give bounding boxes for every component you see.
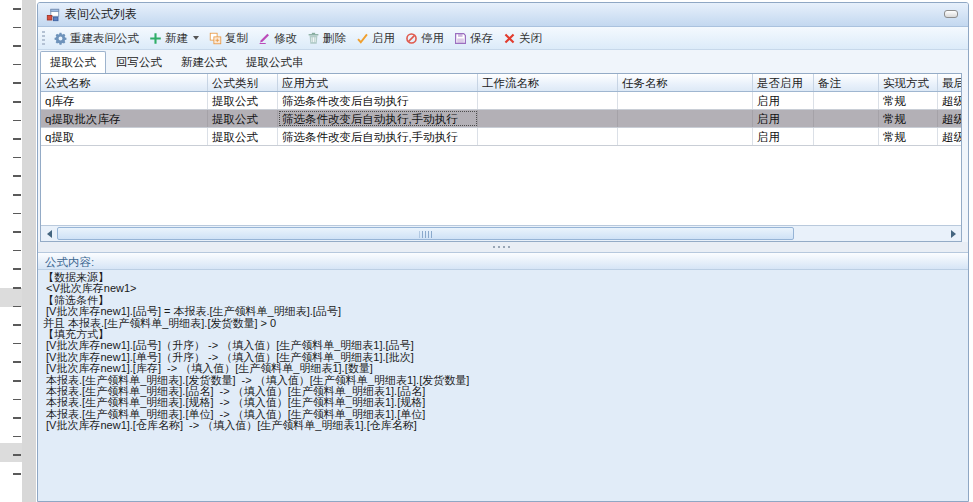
- screen: 表间公式列表 重建表间公式新建复制修改删除启用停用保存关闭 提取公式回写公式新建…: [0, 0, 973, 502]
- table-cell: 筛选条件改变后自动执行,手动执行: [278, 110, 478, 127]
- toolbar-button-rebuild[interactable]: 重建表间公式: [49, 29, 144, 48]
- toolbar-button-label: 停用: [421, 31, 444, 46]
- table-cell: 超级: [938, 92, 962, 109]
- table-cell: 启用: [753, 110, 814, 127]
- chevron-down-icon[interactable]: [193, 36, 199, 40]
- table-cell: 提取公式: [208, 128, 278, 145]
- scroll-right-icon: [951, 230, 956, 238]
- gear-icon: [54, 32, 67, 45]
- formula-content-panel: 公式内容: 【数据来源】 <V批次库存new1>【筛选条件】 [V批次库存new…: [38, 252, 968, 501]
- table-cell: 提取公式: [208, 110, 278, 127]
- scrollbar-grip-icon: [419, 231, 432, 238]
- toolbar-button-save[interactable]: 保存: [449, 29, 498, 48]
- plus-icon: [149, 32, 162, 45]
- ruler-block: [0, 288, 22, 307]
- table-row[interactable]: q提取批次库存提取公式筛选条件改变后自动执行,手动执行启用常规超级: [41, 110, 962, 128]
- toolbar-button-modify[interactable]: 修改: [253, 29, 302, 48]
- table-cell: 常规: [879, 110, 938, 127]
- formula-table: 公式名称公式类别应用方式工作流名称任务名称是否启用备注实现方式最后 q库存提取公…: [40, 73, 962, 242]
- toolbar-button-label: 启用: [372, 31, 395, 46]
- scroll-right-button[interactable]: [945, 226, 961, 242]
- table-cell: 超级: [938, 110, 962, 127]
- toolbar-button-new[interactable]: 新建: [144, 29, 204, 48]
- ruler-block: [0, 443, 22, 462]
- table-cell: 超级: [938, 128, 962, 145]
- toolbar-grip[interactable]: [42, 31, 45, 45]
- table-cell: 筛选条件改变后自动执行: [278, 92, 478, 109]
- column-header[interactable]: 公式类别: [208, 74, 278, 91]
- table-cell: [478, 92, 618, 109]
- table-cell: [618, 128, 753, 145]
- table-cell: 常规: [879, 128, 938, 145]
- toolbar-button-label: 复制: [225, 31, 248, 46]
- toolbar-button-enable[interactable]: 启用: [351, 29, 400, 48]
- table-header-row: 公式名称公式类别应用方式工作流名称任务名称是否启用备注实现方式最后: [41, 74, 962, 92]
- toolbar-button-label: 新建: [165, 31, 188, 46]
- formula-list-window: 表间公式列表 重建表间公式新建复制修改删除启用停用保存关闭 提取公式回写公式新建…: [37, 2, 969, 502]
- toolbar-button-delete[interactable]: 删除: [302, 29, 351, 48]
- column-header[interactable]: 是否启用: [753, 74, 814, 91]
- scrollbar-thumb[interactable]: [57, 227, 794, 240]
- check-icon: [356, 32, 369, 45]
- tab-extract-string[interactable]: 提取公式串: [237, 52, 313, 73]
- toolbar-button-label: 保存: [470, 31, 493, 46]
- trash-icon: [307, 32, 320, 45]
- copy-icon: [209, 32, 222, 45]
- table-cell: 启用: [753, 92, 814, 109]
- table-cell: [814, 110, 879, 127]
- collapse-button[interactable]: [944, 10, 958, 18]
- table-body: q库存提取公式筛选条件改变后自动执行启用常规超级q提取批次库存提取公式筛选条件改…: [41, 92, 962, 226]
- toolbar-button-label: 关闭: [519, 31, 542, 46]
- toolbar-button-close[interactable]: 关闭: [498, 29, 547, 48]
- toolbar: 重建表间公式新建复制修改删除启用停用保存关闭: [38, 27, 968, 50]
- window-titlebar[interactable]: 表间公式列表: [38, 3, 968, 27]
- tab-extract[interactable]: 提取公式: [40, 51, 106, 73]
- table-cell: [478, 110, 618, 127]
- table-cell: [814, 128, 879, 145]
- formula-line: [V批次库存new1].[品号] = 本报表.[生产领料单_明细表].[品号]: [43, 306, 968, 317]
- formula-line: <V批次库存new1>: [43, 283, 968, 294]
- tab-new-formula[interactable]: 新建公式: [172, 52, 236, 73]
- save-icon: [454, 32, 467, 45]
- column-header[interactable]: 应用方式: [278, 74, 478, 91]
- scroll-left-button[interactable]: [41, 226, 57, 242]
- table-cell: 筛选条件改变后自动执行,手动执行: [278, 128, 478, 145]
- column-header[interactable]: 公式名称: [41, 74, 208, 91]
- column-header[interactable]: 备注: [814, 74, 879, 91]
- background-ruler: [0, 0, 22, 502]
- horizontal-scrollbar[interactable]: [41, 225, 961, 241]
- formula-line: 并且 本报表.[生产领料单_明细表].[发货数量] > 0: [43, 318, 968, 329]
- table-cell: [478, 128, 618, 145]
- toolbar-button-label: 删除: [323, 31, 346, 46]
- formula-line: [V批次库存new1].[库存] -> （填入值）[生产领料单_明细表1].[数…: [43, 363, 968, 374]
- table-cell: 常规: [879, 92, 938, 109]
- background-strip: [22, 0, 36, 502]
- block-icon: [405, 32, 418, 45]
- table-cell: [618, 110, 753, 127]
- formula-content-title: 公式内容:: [38, 253, 968, 270]
- formula-line: 【数据来源】: [43, 272, 968, 283]
- table-row[interactable]: q库存提取公式筛选条件改变后自动执行启用常规超级: [41, 92, 962, 110]
- panel-splitter[interactable]: [38, 242, 968, 252]
- toolbar-button-disable[interactable]: 停用: [400, 29, 449, 48]
- formula-content-text: 【数据来源】 <V批次库存new1>【筛选条件】 [V批次库存new1].[品号…: [38, 270, 968, 432]
- formula-line: [V批次库存new1].[仓库名称] -> （填入值）[生产领料单_明细表1].…: [43, 420, 968, 431]
- column-header[interactable]: 最后: [938, 74, 962, 91]
- column-header[interactable]: 实现方式: [879, 74, 938, 91]
- table-cell: [618, 92, 753, 109]
- column-header[interactable]: 任务名称: [618, 74, 753, 91]
- close-icon: [503, 32, 516, 45]
- splitter-grip-icon: [493, 246, 513, 248]
- form-icon: [46, 8, 60, 22]
- table-cell: [814, 92, 879, 109]
- pencil-icon: [258, 32, 271, 45]
- table-row[interactable]: q提取提取公式筛选条件改变后自动执行,手动执行启用常规超级: [41, 128, 962, 146]
- window-title: 表间公式列表: [65, 6, 137, 23]
- tab-writeback[interactable]: 回写公式: [107, 52, 171, 73]
- table-cell: q库存: [41, 92, 208, 109]
- toolbar-button-copy[interactable]: 复制: [204, 29, 253, 48]
- table-cell: q提取批次库存: [41, 110, 208, 127]
- column-header[interactable]: 工作流名称: [478, 74, 618, 91]
- scroll-left-icon: [47, 230, 52, 238]
- toolbar-button-label: 修改: [274, 31, 297, 46]
